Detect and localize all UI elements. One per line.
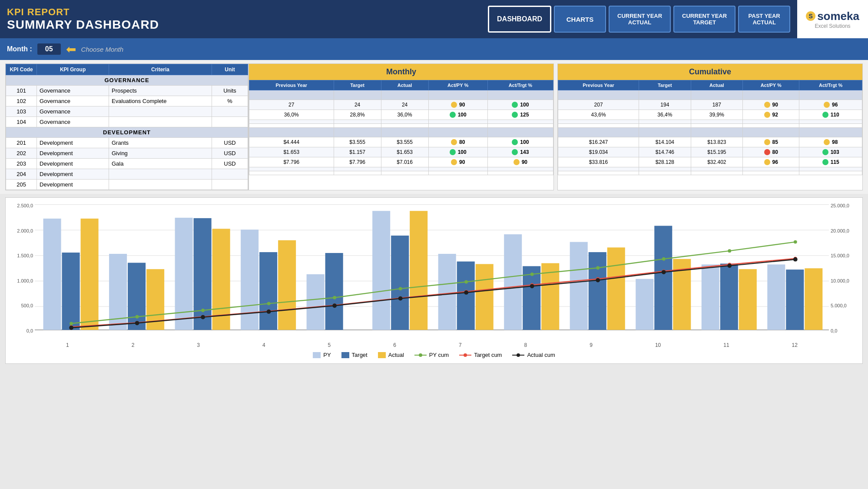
table-row: 202 Development Giving USD: [6, 148, 248, 159]
chart-area: 2.500,0 2.000,0 1.500,0 1.000,0 500,0 0,…: [5, 197, 863, 364]
badge-yellow: [764, 159, 770, 165]
nav-btn-current-year-actual[interactable]: CURRENT YEARACTUAL: [609, 6, 671, 33]
nav-area: DASHBOARD CHARTS CURRENT YEARACTUAL CURR…: [481, 0, 797, 38]
legend-target: Target: [341, 352, 368, 358]
actual-cum-dot: [662, 270, 666, 274]
legend-py-cum-icon: [414, 352, 427, 358]
cum-row-102: 43,6% 36,4% 39,9% 92 110: [558, 110, 862, 120]
table-row: 205 Development: [6, 180, 248, 190]
kpi-report-label: KPI REPORT: [7, 7, 159, 18]
bar-py-9: [570, 242, 588, 330]
py-cum-dot: [201, 309, 205, 312]
header-titles: KPI REPORT SUMMARY DASHBOARD: [0, 0, 166, 38]
month-label: Month :: [7, 45, 32, 53]
monthly-gov-empty: [249, 90, 553, 100]
monthly-row-202: $1.653 $1.157 $1.653 100 143: [249, 147, 553, 157]
nav-btn-dashboard[interactable]: DASHBOARD: [488, 6, 551, 33]
cum-target-header: Target: [639, 80, 691, 90]
badge-yellow: [451, 139, 457, 145]
badge-green: [512, 102, 518, 108]
cum-act-py-header: Act/PY %: [743, 80, 799, 90]
legend-target-cum-icon: [459, 352, 471, 358]
subheader: Month : 05 ⬅ Choose Month: [0, 38, 868, 60]
bar-py-7: [438, 254, 456, 330]
table-row: 103 Governance: [6, 106, 248, 117]
actual-cum-dot: [530, 284, 534, 288]
bar-target-4: [259, 252, 277, 330]
monthly-dev-empty: [249, 128, 553, 137]
cum-row-205: [558, 171, 862, 175]
bar-target-1: [62, 253, 80, 330]
x-axis-labels: 1 2 3 4 5 6 7 8 9 10 11 12: [11, 342, 857, 348]
table-row: 201 Development Grants USD: [6, 138, 248, 148]
badge-yellow: [451, 159, 457, 165]
bar-actual-12: [805, 268, 822, 330]
monthly-row-104: [249, 124, 553, 128]
unit-header: Unit: [212, 64, 248, 75]
act-py-header: Act/PY %: [428, 80, 487, 90]
nav-btn-current-year-target[interactable]: CURRENT YEARTARGET: [673, 6, 735, 33]
badge-red: [764, 149, 770, 155]
py-cum-dot: [399, 287, 402, 290]
cum-row-104: [558, 124, 862, 128]
badge-yellow: [824, 102, 830, 108]
summary-dashboard-label: SUMMARY DASHBOARD: [7, 18, 159, 32]
arrow-left-icon[interactable]: ⬅: [66, 42, 76, 57]
cum-prev-year-header: Previous Year: [558, 80, 639, 90]
legend-actual-cum-icon: [512, 352, 524, 358]
badge-yellow: [451, 102, 457, 108]
bar-actual-9: [607, 247, 625, 330]
month-value: 05: [37, 43, 61, 55]
y-axis-left: 2.500,0 2.000,0 1.500,0 1.000,0 500,0 0,…: [11, 203, 35, 333]
logo-text: someka: [817, 10, 859, 23]
bar-actual-7: [476, 264, 494, 330]
nav-btn-charts[interactable]: CHARTS: [554, 6, 606, 33]
target-header: Target: [334, 80, 381, 90]
monthly-section: Monthly Previous Year Target Actual Act/…: [248, 63, 554, 190]
py-cum-dot: [267, 302, 271, 305]
badge-yellow: [764, 112, 770, 118]
bar-actual-11: [739, 269, 757, 330]
nav-btn-past-year-actual[interactable]: PAST YEARACTUAL: [738, 6, 790, 33]
cum-dev-empty: [558, 128, 862, 137]
badge-yellow: [764, 139, 770, 145]
bar-target-5: [325, 253, 343, 330]
data-sections: Monthly Previous Year Target Actual Act/…: [248, 63, 863, 190]
bar-target-2: [128, 263, 146, 330]
logo-icon: S: [806, 11, 815, 21]
actual-cum-dot: [464, 290, 468, 295]
bar-target-9: [589, 252, 606, 330]
bar-py-10: [636, 279, 653, 330]
actual-header: Actual: [381, 80, 428, 90]
svg-point-9: [464, 353, 467, 357]
actual-cum-dot: [69, 326, 73, 330]
bar-actual-6: [410, 211, 427, 330]
cum-gov-empty: [558, 90, 862, 100]
cumulative-table: Previous Year Target Actual Act/PY % Act…: [558, 80, 862, 175]
cum-row-203: $33.816 $28.128 $32.402 96 115: [558, 157, 862, 167]
py-cum-dot: [464, 280, 468, 284]
legend-py-cum-label: PY cum: [429, 352, 449, 358]
cum-act-trgt-header: Act/Trgt %: [799, 80, 862, 90]
actual-cum-dot: [201, 315, 205, 319]
monthly-row-103: [249, 120, 553, 124]
cum-row-103: [558, 120, 862, 124]
actual-cum-dot: [398, 296, 403, 301]
cum-actual-header: Actual: [691, 80, 743, 90]
logo-sub: Excel Solutions: [806, 23, 859, 29]
actual-cum-dot: [727, 263, 732, 268]
cumulative-section: Cumulative Previous Year Target Actual A…: [557, 63, 863, 190]
legend-actual-cum-label: Actual cum: [527, 352, 555, 358]
bar-py-4: [241, 230, 258, 330]
legend-py-label: PY: [323, 352, 331, 358]
legend-target-label: Target: [352, 352, 368, 358]
actual-cum-dot: [793, 257, 798, 262]
badge-yellow: [764, 102, 770, 108]
badge-yellow: [824, 139, 830, 145]
bar-py-12: [767, 264, 785, 330]
development-section-header: DEVELOPMENT: [6, 127, 248, 138]
legend-actual-cum: Actual cum: [512, 352, 555, 358]
criteria-header: Criteria: [109, 64, 212, 75]
badge-green: [512, 149, 518, 155]
badge-green: [450, 112, 456, 118]
